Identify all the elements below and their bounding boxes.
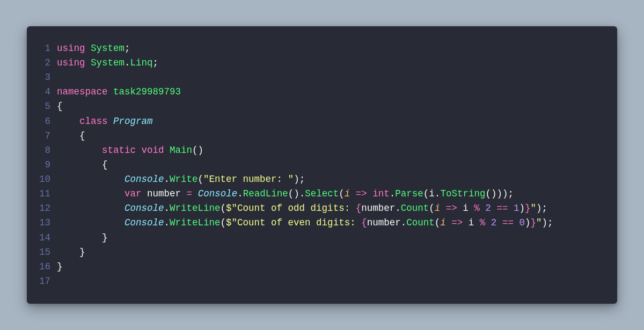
- token: [508, 203, 514, 214]
- token: void: [142, 145, 164, 156]
- token: [108, 86, 114, 97]
- line-content: [57, 70, 604, 85]
- code-editor[interactable]: 1using System;2using System.Linq;34names…: [27, 26, 617, 304]
- token: [480, 203, 486, 214]
- token: [136, 145, 142, 156]
- code-line: 12 Console.WriteLine($"Count of odd digi…: [38, 201, 604, 216]
- token: [57, 116, 79, 127]
- line-content: static void Main(): [57, 143, 604, 158]
- token: 2: [485, 203, 491, 214]
- code-line: 17: [38, 274, 604, 289]
- token: Parse: [395, 188, 423, 199]
- token: [108, 116, 114, 127]
- line-number: 5: [38, 99, 57, 114]
- token: i: [429, 188, 435, 199]
- token: [164, 145, 170, 156]
- token: System: [91, 57, 125, 68]
- line-number: 15: [38, 245, 57, 260]
- code-line: 13 Console.WriteLine($"Count of even dig…: [38, 216, 604, 230]
- token: Linq: [130, 57, 153, 68]
- token: %: [480, 217, 486, 228]
- line-number: 7: [38, 129, 57, 143]
- token: [57, 217, 125, 228]
- token: Program: [113, 116, 153, 127]
- code-line: 10 Console.Write("Enter number: ");: [38, 172, 604, 187]
- token: ;: [153, 57, 159, 68]
- line-content: var number = Console.ReadLine().Select(i…: [57, 187, 604, 201]
- code-line: 5{: [38, 99, 604, 114]
- token: [440, 203, 446, 214]
- token: (: [221, 217, 226, 228]
- line-content: Console.Write("Enter number: ");: [57, 172, 604, 187]
- line-content: Console.WriteLine($"Count of odd digits:…: [57, 201, 604, 216]
- token: [181, 188, 187, 199]
- token: Select: [305, 188, 339, 199]
- line-number: 17: [38, 274, 57, 289]
- token: ;: [125, 43, 130, 54]
- token: [463, 217, 469, 228]
- line-number: 12: [38, 201, 57, 216]
- token: Main: [170, 145, 192, 156]
- token: $"Count of even digits:: [226, 217, 361, 228]
- token: 0: [519, 217, 525, 228]
- token: task29989793: [113, 86, 181, 97]
- line-number: 1: [38, 41, 57, 56]
- token: .: [164, 174, 170, 185]
- token: .: [390, 188, 396, 199]
- token: i: [440, 217, 446, 228]
- code-block: 1using System;2using System.Linq;34names…: [38, 41, 604, 289]
- token: [142, 188, 148, 199]
- token: [446, 217, 452, 228]
- line-content: {: [57, 158, 604, 172]
- token: (: [423, 188, 429, 199]
- token: =: [187, 188, 193, 199]
- token: [496, 217, 502, 228]
- token: (: [429, 203, 435, 214]
- token: [350, 188, 356, 199]
- token: {: [57, 130, 85, 141]
- token: [192, 188, 198, 199]
- token: ": [536, 217, 542, 228]
- token: (): [192, 145, 203, 156]
- code-line: 16}: [38, 260, 604, 274]
- token: number: [367, 217, 401, 228]
- line-content: Console.WriteLine($"Count of even digits…: [57, 216, 604, 230]
- token: 2: [491, 217, 497, 228]
- token: [57, 145, 102, 156]
- line-content: {: [57, 129, 604, 143]
- token: WriteLine: [170, 203, 221, 214]
- token: ): [519, 203, 525, 214]
- token: .: [395, 203, 401, 214]
- token: Count: [401, 203, 429, 214]
- line-number: 16: [38, 260, 57, 274]
- code-line: 3: [38, 70, 604, 85]
- token: {: [57, 159, 108, 170]
- line-content: }: [57, 231, 604, 245]
- token: );: [536, 203, 547, 214]
- line-number: 8: [38, 143, 57, 158]
- token: ()));: [485, 188, 514, 199]
- token: i: [435, 203, 441, 214]
- code-line: 14 }: [38, 231, 604, 245]
- token: ().: [288, 188, 305, 199]
- line-content: {: [57, 99, 604, 114]
- token: (: [339, 188, 345, 199]
- token: [57, 203, 125, 214]
- token: [469, 203, 474, 214]
- code-line: 11 var number = Console.ReadLine().Selec…: [38, 187, 604, 201]
- token: Console: [125, 217, 164, 228]
- token: (: [198, 174, 204, 185]
- token: }: [57, 261, 63, 272]
- token: }: [525, 203, 531, 214]
- line-content: }: [57, 260, 604, 274]
- token: using: [57, 57, 85, 68]
- token: var: [125, 188, 142, 199]
- token: [474, 217, 480, 228]
- token: static: [102, 145, 136, 156]
- line-content: }: [57, 245, 604, 260]
- token: %: [474, 203, 480, 214]
- token: ==: [496, 203, 508, 214]
- line-content: [57, 274, 604, 289]
- token: }: [57, 247, 85, 258]
- token: ReadLine: [243, 188, 288, 199]
